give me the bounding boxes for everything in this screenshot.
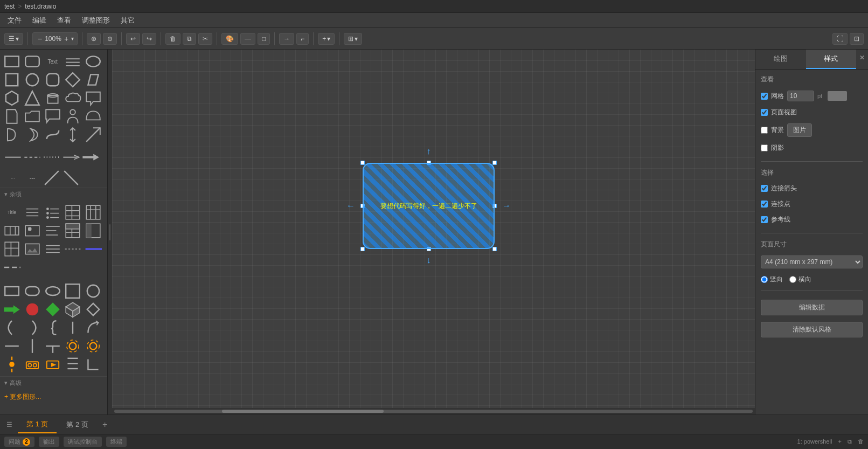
- horizontal-scrollbar[interactable]: [112, 408, 755, 415]
- page-tab-menu-btn[interactable]: ☰: [2, 419, 17, 431]
- handle-top-right[interactable]: [492, 161, 497, 165]
- misc-rect3[interactable]: [64, 282, 81, 300]
- misc-diamond-green[interactable]: [44, 301, 61, 318]
- misc-h-dots[interactable]: [64, 240, 81, 258]
- handle-top-left[interactable]: [360, 161, 365, 165]
- zoom-in-btn[interactable]: +: [63, 34, 70, 43]
- misc-h-long[interactable]: [3, 259, 20, 276]
- scrollbar-thumb[interactable]: [222, 410, 384, 413]
- shadow-checkbox[interactable]: [761, 144, 768, 151]
- arrow-right[interactable]: →: [502, 201, 511, 211]
- connect-arrow-checkbox[interactable]: [761, 185, 768, 192]
- left-resize-handle[interactable]: [108, 50, 112, 415]
- fullscreen-btn[interactable]: ⛶: [832, 33, 848, 45]
- shape-rect[interactable]: [3, 53, 20, 70]
- background-checkbox[interactable]: [761, 127, 768, 134]
- clear-style-btn[interactable]: 清除默认风格: [761, 322, 863, 337]
- insert-btn[interactable]: + ▾: [318, 33, 335, 45]
- edit-data-btn[interactable]: 编辑数据: [761, 300, 863, 315]
- waypoint-btn[interactable]: ⌐: [296, 33, 309, 45]
- shape-ellipse[interactable]: [85, 53, 102, 70]
- shape-square[interactable]: [3, 71, 20, 88]
- guide-checkbox[interactable]: [761, 216, 768, 223]
- connect-point-checkbox[interactable]: [761, 201, 768, 208]
- shape-speech[interactable]: [44, 108, 61, 125]
- bottom-tab-terminal[interactable]: 终端: [106, 437, 127, 447]
- shape-triangle[interactable]: [24, 89, 41, 107]
- line-color-btn[interactable]: ―: [240, 33, 255, 45]
- shape-circle[interactable]: [24, 71, 41, 88]
- misc-t-line[interactable]: [44, 337, 61, 355]
- shape-cloud[interactable]: [64, 89, 81, 107]
- panel-toggle-btn[interactable]: ⊡: [850, 33, 864, 45]
- misc-table2[interactable]: [85, 204, 102, 221]
- shape-backslash[interactable]: [63, 169, 80, 186]
- misc-rect2[interactable]: [3, 282, 20, 300]
- misc-list2[interactable]: [44, 204, 61, 221]
- misc-angle[interactable]: [24, 319, 41, 336]
- shape-person[interactable]: [64, 108, 81, 125]
- misc-curve-left[interactable]: [3, 319, 20, 336]
- shape-crescent[interactable]: [24, 126, 41, 143]
- misc-cube[interactable]: [64, 301, 81, 318]
- misc-image[interactable]: [24, 222, 41, 239]
- grid-checkbox[interactable]: [761, 93, 768, 100]
- handle-bottom-right[interactable]: [492, 247, 497, 251]
- handle-bottom-left[interactable]: [360, 247, 365, 251]
- shape-line2[interactable]: [24, 149, 41, 166]
- shape-s-curve[interactable]: [44, 126, 61, 143]
- terminal-add-btn[interactable]: +: [838, 438, 841, 445]
- misc-corner[interactable]: [85, 356, 102, 373]
- portrait-label[interactable]: 竖向: [761, 275, 783, 284]
- menu-other[interactable]: 其它: [115, 13, 140, 27]
- conn-btn[interactable]: →: [279, 33, 294, 45]
- shape-lines[interactable]: [64, 53, 81, 70]
- landscape-label[interactable]: 横向: [789, 275, 811, 284]
- shape-half-circle[interactable]: [85, 108, 102, 125]
- misc-striped[interactable]: [85, 222, 102, 239]
- misc-circle2[interactable]: [85, 282, 102, 300]
- shape-d-shape[interactable]: [3, 126, 20, 143]
- misc-img2[interactable]: [24, 240, 41, 258]
- misc-film[interactable]: [44, 356, 61, 373]
- grid-color-swatch[interactable]: [828, 91, 847, 101]
- grid-value-input[interactable]: [787, 91, 814, 101]
- menu-file[interactable]: 文件: [2, 13, 27, 27]
- delete-btn[interactable]: 🗑: [165, 33, 180, 45]
- misc-bracket[interactable]: [64, 319, 81, 336]
- misc-brace[interactable]: [44, 319, 61, 336]
- misc-oval[interactable]: [44, 282, 61, 300]
- misc-curved-arrow[interactable]: [85, 319, 102, 336]
- page-tab-2[interactable]: 第 2 页: [58, 417, 96, 433]
- more-shapes-btn[interactable]: + 更多图形...: [0, 389, 107, 405]
- shape-dashline[interactable]: ---: [24, 169, 41, 186]
- cut-btn[interactable]: ✂: [198, 33, 212, 45]
- shape-doc[interactable]: [3, 108, 20, 125]
- shape-line1[interactable]: [4, 149, 22, 166]
- shape-hexagon[interactable]: [3, 89, 20, 107]
- shape-callout[interactable]: [85, 89, 102, 107]
- misc-flat-arrow[interactable]: [3, 301, 20, 318]
- misc-row[interactable]: [3, 222, 20, 239]
- misc-tape[interactable]: [24, 356, 41, 373]
- misc-gear[interactable]: [64, 337, 81, 355]
- misc-table[interactable]: [64, 204, 81, 221]
- shape-arrows[interactable]: [64, 126, 81, 143]
- menu-edit[interactable]: 编辑: [27, 13, 52, 27]
- zoom-fit-btn[interactable]: ⊕: [87, 33, 101, 45]
- misc-sun[interactable]: [3, 356, 20, 373]
- misc-rounded2[interactable]: [24, 282, 41, 300]
- shape-diamond[interactable]: [64, 71, 81, 88]
- table-btn[interactable]: ⊞ ▾: [344, 33, 362, 45]
- format-btn[interactable]: ⧉: [183, 33, 196, 45]
- arrow-left[interactable]: ←: [346, 201, 355, 211]
- undo-btn[interactable]: ↩: [126, 33, 140, 45]
- arrow-top[interactable]: ↑: [427, 147, 431, 156]
- shape-cylinder[interactable]: [44, 89, 61, 107]
- shape-dotline[interactable]: ···: [4, 169, 22, 186]
- canvas-grid[interactable]: ↑ ↓ ← → 要想代码写得好，一遍二遍少不了: [112, 50, 755, 415]
- zoom-out2-btn[interactable]: ⊖: [103, 33, 117, 45]
- bottom-tab-issues[interactable]: 问题 2: [4, 437, 34, 447]
- misc-diamond2[interactable]: [85, 301, 102, 318]
- pageview-checkbox[interactable]: [761, 109, 768, 116]
